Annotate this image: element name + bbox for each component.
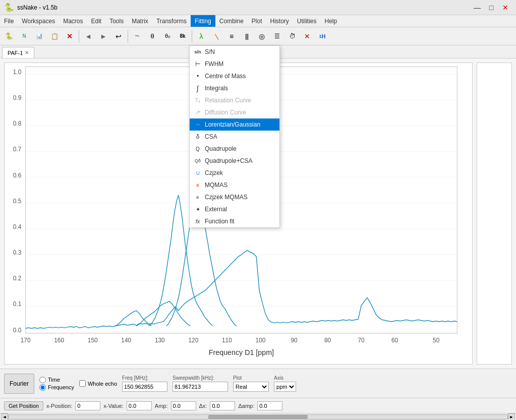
scroll-left-button[interactable]: ◄ — [1, 413, 8, 421]
menu-matrix[interactable]: Matrix — [128, 15, 152, 27]
toolbar-theta[interactable]: θ — [145, 29, 159, 43]
menu-utilities[interactable]: Utilities — [293, 15, 321, 27]
titlebar: 🐍 ssNake - v1.5b — □ ✕ — [0, 0, 516, 15]
delta-x-input[interactable] — [210, 401, 235, 410]
menu-combine[interactable]: Combine — [215, 15, 248, 27]
czjzek-label: Czjzek — [205, 169, 223, 176]
toolbar-curve[interactable]: ~ — [130, 29, 144, 43]
x-position-label: x-Position: — [46, 403, 72, 409]
toolbar-matplotlib[interactable]: 📊 — [32, 29, 46, 43]
menu-item-integrals[interactable]: ∫ Integrals — [190, 82, 279, 94]
svg-text:0.5: 0.5 — [13, 198, 22, 205]
menu-item-sn[interactable]: s/n S/N — [190, 46, 279, 58]
menu-item-mqmas[interactable]: ≡ MQMAS — [190, 179, 279, 191]
freq-input[interactable] — [122, 382, 167, 392]
toolbar-list[interactable]: ☰ — [270, 29, 284, 43]
menu-file[interactable]: File — [0, 15, 18, 27]
toolbar-lines[interactable]: ≡ — [224, 29, 239, 43]
svg-text:150: 150 — [88, 337, 98, 344]
sweepwidth-group: Sweepwidth [kHz]: — [173, 375, 228, 392]
sn-label: S/N — [205, 48, 215, 55]
czjzek-mqmas-label: Czjzek MQMAS — [205, 194, 248, 201]
maximize-button[interactable]: □ — [485, 2, 498, 13]
menu-edit[interactable]: Edit — [87, 15, 106, 27]
minimize-button[interactable]: — — [471, 2, 484, 13]
whole-echo-label[interactable]: Whole echo — [79, 380, 117, 387]
amp-input[interactable] — [171, 401, 196, 410]
relaxation-curve-icon: T₁ — [194, 96, 202, 104]
menu-tools[interactable]: Tools — [105, 15, 128, 27]
plot-select[interactable]: Real Imaginary Absolute — [233, 382, 269, 392]
x-value-label: x-Value: — [103, 403, 124, 409]
toolbar-back[interactable]: ◄ — [81, 29, 95, 43]
menu-item-function-fit[interactable]: fx Function fit — [190, 215, 279, 227]
frequency-radio[interactable] — [39, 384, 46, 391]
axis-select[interactable]: ppm Hz kHz — [274, 382, 296, 392]
svg-text:70: 70 — [358, 337, 365, 344]
fourier-button[interactable]: Fourier — [4, 374, 34, 394]
toolbar-circle[interactable]: ◎ — [255, 29, 269, 43]
time-radio-label[interactable]: Time — [39, 377, 74, 383]
toolbar-numpy[interactable]: N — [17, 29, 31, 43]
get-position-button[interactable]: Get Position — [4, 401, 43, 410]
menu-item-czjzek-mqmas[interactable]: ≡ Czjzek MQMAS — [190, 191, 279, 203]
toolbar-clock[interactable]: ⏱ — [285, 29, 299, 43]
toolbar-1h[interactable]: 1H — [315, 29, 329, 43]
menu-item-quadrupole-csa[interactable]: Qδ Quadrupole+CSA — [190, 155, 279, 167]
tab-close[interactable]: ✕ — [25, 50, 29, 55]
centre-of-mass-icon: • — [194, 72, 202, 80]
menu-item-quadrupole[interactable]: Q Quadrupole — [190, 143, 279, 155]
svg-text:0.4: 0.4 — [13, 223, 22, 230]
fitting-dropdown-menu: s/n S/N ⊢ FWHM • Centre of Mass ∫ Integr… — [189, 45, 280, 228]
tab-paf1[interactable]: PAF-1 ✕ — [2, 47, 34, 58]
toolbar-8k[interactable]: 8k — [176, 29, 190, 43]
menu-help[interactable]: Help — [321, 15, 341, 27]
diffusion-curve-icon: ↗ — [194, 108, 202, 116]
menu-item-lorentzian-gaussian[interactable]: ~ Lorentzian/Gaussian — [190, 118, 279, 131]
frequency-radio-label[interactable]: Frequency — [39, 384, 74, 391]
plot-group: Plot Real Imaginary Absolute — [233, 375, 269, 392]
menu-item-relaxation-curve: T₁ Relaxation Curve — [190, 94, 279, 106]
frequency-label: Frequency — [48, 384, 74, 390]
fwhm-label: FWHM — [205, 61, 223, 68]
svg-text:120: 120 — [188, 337, 198, 344]
freq-label: Freq [MHz]: — [122, 375, 167, 381]
mqmas-label: MQMAS — [205, 182, 227, 189]
tab-label: PAF-1 — [8, 50, 23, 56]
toolbar-copy[interactable]: 📋 — [47, 29, 62, 43]
scrollbar-thumb[interactable] — [208, 415, 308, 419]
menu-item-csa[interactable]: δ CSA — [190, 131, 279, 143]
toolbar: 🐍 N 📊 📋 ✕ ◄ ► ↩ ~ θ θ₀ 8k λ | ≡ ||| ◎ ☰ … — [0, 27, 516, 45]
x-position-input[interactable] — [75, 401, 100, 410]
svg-text:0.7: 0.7 — [13, 146, 22, 153]
toolbar-x[interactable]: ✕ — [300, 29, 314, 43]
time-radio[interactable] — [39, 377, 46, 383]
menu-fitting[interactable]: Fitting — [191, 15, 215, 27]
scrollbar-track[interactable] — [8, 414, 508, 419]
toolbar-logo[interactable]: 🐍 — [2, 29, 16, 43]
toolbar-theta0[interactable]: θ₀ — [160, 29, 175, 43]
menu-item-czjzek[interactable]: ∪ Czjzek — [190, 167, 279, 179]
whole-echo-checkbox[interactable] — [79, 380, 86, 387]
toolbar-diagonal[interactable]: | — [207, 26, 226, 45]
function-fit-icon: fx — [194, 217, 202, 225]
sweepwidth-input[interactable] — [173, 382, 228, 392]
toolbar-delete[interactable]: ✕ — [63, 29, 77, 43]
menu-transforms[interactable]: Transforms — [152, 15, 191, 27]
delta-amp-input[interactable] — [257, 401, 282, 410]
menu-item-centre-of-mass[interactable]: • Centre of Mass — [190, 70, 279, 82]
menu-item-external[interactable]: ✦ External — [190, 203, 279, 215]
close-button[interactable]: ✕ — [499, 2, 512, 13]
menu-item-fwhm[interactable]: ⊢ FWHM — [190, 58, 279, 70]
toolbar-forward[interactable]: ► — [96, 29, 110, 43]
toolbar-lambda[interactable]: λ — [194, 29, 208, 43]
toolbar-multilines[interactable]: ||| — [240, 29, 254, 43]
menu-history[interactable]: History — [266, 15, 293, 27]
toolbar-undo[interactable]: ↩ — [111, 29, 126, 43]
menu-macros[interactable]: Macros — [59, 15, 87, 27]
scroll-right-button[interactable]: ► — [508, 413, 515, 421]
menu-workspaces[interactable]: Workspaces — [18, 15, 59, 27]
menu-plot[interactable]: Plot — [248, 15, 266, 27]
quadrupole-label: Quadrupole — [205, 145, 237, 152]
x-value-input[interactable] — [127, 401, 152, 410]
